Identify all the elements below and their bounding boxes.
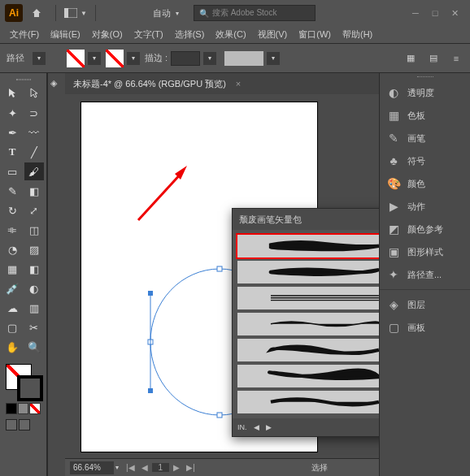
svg-rect-10 bbox=[148, 388, 153, 393]
panel-符号[interactable]: ♣符号 bbox=[380, 149, 470, 172]
screen-mode-2[interactable] bbox=[19, 419, 30, 431]
panel-色板[interactable]: ▦色板 bbox=[380, 104, 470, 127]
panel-动作[interactable]: ▶动作 bbox=[380, 195, 470, 218]
gradient-tool[interactable]: ◧ bbox=[24, 260, 44, 278]
panel-图层[interactable]: ◈图层 bbox=[380, 293, 470, 316]
selection-tool[interactable] bbox=[2, 84, 22, 102]
eraser-tool[interactable]: ◧ bbox=[24, 182, 44, 200]
gradient-mode[interactable] bbox=[18, 403, 29, 414]
blend-tool[interactable]: ◐ bbox=[24, 279, 44, 297]
brush-preview[interactable] bbox=[224, 51, 263, 66]
brush-item-2[interactable] bbox=[237, 287, 379, 309]
svg-line-11 bbox=[138, 171, 183, 220]
panel-next-icon[interactable]: ▶ bbox=[266, 423, 272, 431]
first-artboard-icon[interactable]: |◀ bbox=[124, 463, 137, 472]
stroke-dropdown[interactable]: ▾ bbox=[127, 52, 140, 65]
menu-文字(T)[interactable]: 文字(T) bbox=[129, 27, 168, 42]
menu-对象(O)[interactable]: 对象(O) bbox=[87, 27, 128, 42]
curvature-tool[interactable]: 〰 bbox=[24, 123, 44, 141]
brush-item-4[interactable] bbox=[237, 339, 379, 361]
brush-item-1[interactable] bbox=[237, 261, 379, 283]
panel-icon: ▶ bbox=[386, 199, 401, 214]
menu-视图(V)[interactable]: 视图(V) bbox=[253, 27, 293, 42]
minimize-button[interactable]: ─ bbox=[410, 7, 421, 19]
menu-效果(C)[interactable]: 效果(C) bbox=[211, 27, 250, 42]
brush-item-0[interactable] bbox=[237, 235, 379, 257]
shape-builder-tool[interactable]: ◔ bbox=[2, 240, 22, 258]
maximize-button[interactable]: □ bbox=[429, 7, 441, 19]
hand-tool[interactable]: ✋ bbox=[2, 338, 22, 356]
panel-透明度[interactable]: ◐透明度 bbox=[380, 81, 470, 104]
type-tool[interactable]: T bbox=[2, 143, 22, 161]
menu-帮助(H)[interactable]: 帮助(H) bbox=[337, 27, 377, 42]
document-tab[interactable]: 未标题-4* @ 66.64% (RGB/GPU 预览) bbox=[73, 78, 226, 90]
stroke-swatch[interactable] bbox=[106, 50, 124, 67]
scale-tool[interactable]: ⤢ bbox=[24, 201, 44, 219]
fill-dropdown[interactable]: ▾ bbox=[88, 52, 101, 65]
brush-dropdown[interactable]: ▾ bbox=[267, 52, 280, 65]
lasso-tool[interactable]: ⊃ bbox=[24, 104, 44, 122]
magic-wand-tool[interactable]: ✦ bbox=[2, 104, 22, 122]
ctrl-icon-3[interactable]: ≡ bbox=[449, 51, 463, 66]
menu-窗口(W)[interactable]: 窗口(W) bbox=[294, 27, 336, 42]
menu-编辑(E)[interactable]: 编辑(E) bbox=[46, 27, 85, 42]
layout-icon[interactable]: ▼ bbox=[59, 5, 92, 21]
svg-marker-12 bbox=[175, 166, 187, 180]
panel-画笔[interactable]: ✎画笔 bbox=[380, 127, 470, 149]
stroke-weight-input[interactable] bbox=[171, 51, 200, 66]
screen-mode-1[interactable] bbox=[6, 419, 17, 431]
panel-icon: ♣ bbox=[386, 154, 401, 168]
eyedropper-tool[interactable]: 💉 bbox=[2, 279, 22, 297]
pen-tool[interactable]: ✒ bbox=[2, 123, 22, 141]
artboard-tool[interactable]: ▢ bbox=[2, 318, 22, 336]
path-dropdown[interactable]: ▾ bbox=[33, 52, 46, 65]
auto-dropdown[interactable]: 自动▾ bbox=[148, 4, 184, 23]
last-artboard-icon[interactable]: ▶| bbox=[184, 463, 198, 472]
free-transform-tool[interactable]: ◫ bbox=[24, 221, 44, 239]
panel-title: 颓废画笔矢量包 bbox=[239, 214, 302, 226]
symbol-sprayer-tool[interactable]: ☁ bbox=[2, 299, 22, 317]
prev-artboard-icon[interactable]: ◀ bbox=[139, 463, 150, 472]
brush-item-5[interactable] bbox=[237, 365, 379, 387]
direct-selection-tool[interactable] bbox=[24, 84, 44, 102]
fill-swatch[interactable] bbox=[67, 50, 85, 67]
color-mode[interactable] bbox=[6, 403, 17, 414]
line-tool[interactable]: ╱ bbox=[24, 143, 44, 161]
perspective-tool[interactable]: ▨ bbox=[24, 240, 44, 258]
shaper-tool[interactable]: ✎ bbox=[2, 182, 22, 200]
panel-icon: 🎨 bbox=[386, 176, 401, 191]
next-artboard-icon[interactable]: ▶ bbox=[171, 463, 182, 472]
app-logo: Ai bbox=[5, 4, 23, 22]
panel-路径查...[interactable]: ✦路径查... bbox=[380, 263, 470, 286]
none-mode[interactable] bbox=[29, 403, 41, 414]
stroke-color[interactable] bbox=[17, 375, 43, 401]
home-icon[interactable] bbox=[28, 4, 46, 22]
paintbrush-tool[interactable]: 🖌 bbox=[24, 162, 44, 180]
zoom-input[interactable]: 66.64% bbox=[70, 461, 114, 474]
brush-item-6[interactable] bbox=[237, 391, 379, 413]
collapsed-panel-icon[interactable]: ◈ bbox=[50, 78, 63, 91]
ctrl-icon-1[interactable]: ▦ bbox=[403, 51, 418, 66]
panel-颜色[interactable]: 🎨颜色 bbox=[380, 172, 470, 195]
stroke-weight-dropdown[interactable]: ▾ bbox=[203, 52, 216, 65]
graph-tool[interactable]: ▥ bbox=[24, 299, 44, 317]
close-button[interactable]: ✕ bbox=[449, 7, 460, 19]
close-tab-icon[interactable]: × bbox=[236, 79, 241, 89]
menu-选择(S)[interactable]: 选择(S) bbox=[170, 27, 210, 42]
brush-item-3[interactable] bbox=[237, 313, 379, 335]
panel-图形样式[interactable]: ▣图形样式 bbox=[380, 240, 470, 263]
mesh-tool[interactable]: ▦ bbox=[2, 260, 22, 278]
slice-tool[interactable]: ✂ bbox=[24, 318, 44, 336]
rectangle-tool[interactable]: ▭ bbox=[2, 162, 22, 180]
width-tool[interactable]: ⟚ bbox=[2, 221, 22, 239]
panel-icon: ✦ bbox=[386, 267, 401, 282]
panel-prev-icon[interactable]: ◀ bbox=[254, 423, 259, 431]
panel-颜色参考[interactable]: ◩颜色参考 bbox=[380, 218, 470, 240]
artboard-number[interactable]: 1 bbox=[152, 463, 170, 472]
ctrl-icon-2[interactable]: ▤ bbox=[426, 51, 441, 66]
search-input[interactable]: 🔍搜索 Adobe Stock bbox=[194, 5, 316, 21]
panel-画板[interactable]: ▢画板 bbox=[380, 316, 470, 339]
zoom-tool[interactable]: 🔍 bbox=[24, 338, 44, 356]
menu-文件(F)[interactable]: 文件(F) bbox=[5, 27, 44, 42]
rotate-tool[interactable]: ↻ bbox=[2, 201, 22, 219]
